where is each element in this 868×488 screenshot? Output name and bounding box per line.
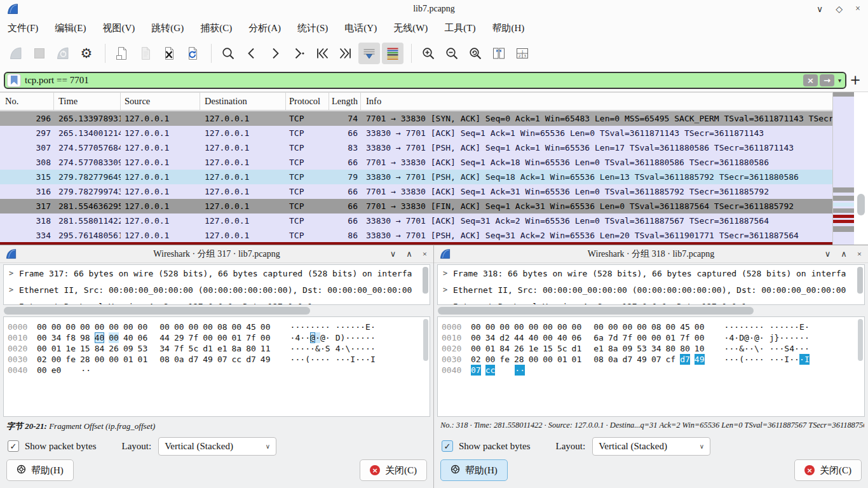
packet-row-316[interactable]: 316279.782799743127.0.0.1127.0.0.1TCP667… — [0, 184, 832, 199]
packet-row-308[interactable]: 308274.577083309127.0.0.1127.0.0.1TCP667… — [0, 155, 832, 170]
packet-row-296[interactable]: 296265.133978931127.0.0.1127.0.0.1TCP747… — [0, 111, 832, 126]
filter-apply-button[interactable]: → — [820, 74, 834, 86]
close-file-button[interactable] — [158, 43, 180, 64]
hex-row[interactable]: 000000000000000000000000000008004500····… — [8, 322, 430, 332]
tree-scrollbar[interactable] — [423, 267, 428, 294]
packet-row-334[interactable]: 334295.761480561127.0.0.1127.0.0.1TCP863… — [0, 228, 832, 243]
first-packet-button[interactable] — [311, 43, 333, 64]
tree-row[interactable]: >Frame 317: 66 bytes on wire (528 bits),… — [4, 265, 430, 281]
tree-row[interactable]: >Internet Protocol Version 4, Src: 127.0… — [438, 298, 864, 305]
close-dialog-button[interactable]: × 关闭(C) — [794, 459, 862, 481]
hex-row[interactable]: 00100034d244400040066a7d7f0000017f00·4·D… — [442, 332, 864, 343]
dialog-close-button[interactable]: × — [857, 249, 862, 259]
scrollbar-handle[interactable] — [857, 194, 865, 215]
horizontal-scrollbar-handle[interactable] — [438, 307, 754, 315]
capture-options-button[interactable]: ⚙ — [76, 43, 97, 64]
packet-minimap[interactable] — [832, 92, 854, 245]
tree-row[interactable]: >Internet Protocol Version 4, Src: 127.0… — [4, 298, 430, 305]
packet-row-318[interactable]: 318281.558011422127.0.0.1127.0.0.1TCP663… — [0, 214, 832, 228]
expander-icon[interactable]: > — [9, 269, 19, 278]
hex-row[interactable]: 00100034f8984000400644297f0000017f00·4··… — [8, 332, 430, 343]
hex-row[interactable]: 0020000184261e155cd1e18a095334808010···&… — [442, 343, 864, 354]
dialog-maximize-button[interactable]: ∧ — [841, 249, 847, 259]
expander-icon[interactable]: > — [9, 285, 19, 294]
go-back-button[interactable] — [241, 43, 262, 64]
tree-row[interactable]: >Ethernet II, Src: 00:00:00_00:00:00 (00… — [438, 281, 864, 298]
reload-file-button[interactable] — [182, 43, 203, 64]
last-packet-button[interactable] — [335, 43, 356, 64]
column-info[interactable]: Info — [361, 93, 832, 110]
colorize-button[interactable] — [382, 43, 403, 64]
menu-item-6[interactable]: 统计(S) — [297, 22, 328, 34]
column-destination[interactable]: Destination — [200, 93, 286, 110]
hex-row[interactable]: 000000000000000000000000000008004500····… — [442, 322, 864, 332]
filter-text[interactable]: tcp.port == 7701 — [25, 75, 89, 86]
display-filter-input[interactable]: tcp.port == 7701 × → ▾ — [4, 72, 846, 89]
tree-row[interactable]: >Ethernet II, Src: 00:00:00_00:00:00 (00… — [4, 281, 430, 298]
horizontal-scrollbar[interactable] — [438, 307, 864, 315]
hex-dump-pane[interactable]: 000000000000000000000000000008004500····… — [3, 316, 430, 417]
menu-item-0[interactable]: 文件(F) — [8, 22, 38, 34]
packet-row-317[interactable]: 317281.554636295127.0.0.1127.0.0.1TCP667… — [0, 199, 832, 214]
menu-item-9[interactable]: 工具(T) — [444, 22, 475, 34]
find-packet-button[interactable] — [217, 43, 239, 64]
dialog-close-button[interactable]: × — [423, 249, 427, 259]
packet-row-307[interactable]: 307274.577057684127.0.0.1127.0.0.1TCP833… — [0, 140, 832, 155]
hex-row[interactable]: 002000011e1584260953347f5cd1e18a8011····… — [8, 343, 430, 354]
expander-icon[interactable]: > — [443, 302, 453, 305]
filter-clear-button[interactable]: × — [803, 74, 818, 86]
hex-row[interactable]: 00300200fe2800000101080ad74907ccd749···(… — [8, 354, 430, 365]
zoom-out-button[interactable] — [441, 43, 463, 64]
menu-item-5[interactable]: 分析(A) — [248, 22, 281, 34]
hex-scrollbar[interactable] — [423, 319, 428, 361]
show-packet-bytes-checkbox[interactable]: ✓ — [8, 440, 19, 452]
auto-scroll-button[interactable] — [358, 43, 380, 64]
hex-dump-pane[interactable]: 000000000000000000000000000008004500····… — [437, 316, 865, 417]
column-time[interactable]: Time — [54, 93, 121, 110]
close-dialog-button[interactable]: × 关闭(C) — [360, 459, 427, 481]
help-button[interactable]: 帮助(H) — [440, 459, 508, 481]
go-to-packet-button[interactable] — [288, 43, 309, 64]
layout-pages-button[interactable]: 123 — [512, 43, 533, 64]
save-file-button[interactable] — [135, 43, 156, 64]
zoom-in-button[interactable] — [417, 43, 439, 64]
column-no[interactable]: No. — [0, 93, 54, 110]
tree-row[interactable]: >Frame 318: 66 bytes on wire (528 bits),… — [438, 265, 864, 281]
start-capture-button[interactable] — [5, 43, 27, 64]
menu-item-7[interactable]: 电话(Y) — [344, 22, 377, 34]
hex-row[interactable]: 004000e0·· — [8, 365, 430, 376]
packet-detail-tree[interactable]: >Frame 318: 66 bytes on wire (528 bits),… — [437, 264, 865, 305]
dialog-minimize-button[interactable]: ∨ — [390, 249, 397, 259]
filter-dropdown-caret[interactable]: ▾ — [838, 77, 841, 84]
packet-list-scrollbar[interactable] — [854, 92, 868, 245]
filter-add-button[interactable]: + — [846, 72, 864, 88]
hex-row[interactable]: 004007cc·· — [442, 365, 864, 376]
packet-detail-tree[interactable]: >Frame 317: 66 bytes on wire (528 bits),… — [3, 264, 430, 305]
layout-select[interactable]: Vertical (Stacked) ∨ — [158, 437, 276, 456]
minimize-button[interactable]: ∨ — [817, 4, 823, 15]
dialog-minimize-button[interactable]: ∨ — [825, 249, 831, 259]
menu-item-10[interactable]: 帮助(H) — [492, 22, 524, 34]
expander-icon[interactable]: > — [443, 285, 453, 294]
restart-capture-button[interactable] — [52, 43, 74, 64]
column-protocol[interactable]: Protocol — [286, 93, 329, 110]
column-length[interactable]: Length — [329, 93, 361, 110]
show-packet-bytes-checkbox[interactable]: ✓ — [442, 440, 453, 452]
maximize-button[interactable]: ◇ — [836, 4, 843, 15]
close-button[interactable]: × — [855, 4, 860, 14]
menu-item-2[interactable]: 视图(V) — [103, 22, 135, 34]
menu-item-1[interactable]: 编辑(E) — [55, 22, 86, 34]
column-source[interactable]: Source — [121, 93, 200, 110]
zoom-reset-button[interactable] — [465, 43, 486, 64]
layout-select[interactable]: Vertical (Stacked) ∨ — [592, 437, 710, 456]
go-forward-button[interactable] — [264, 43, 286, 64]
expander-icon[interactable]: > — [443, 269, 453, 278]
stop-capture-button[interactable] — [29, 43, 50, 64]
menu-item-8[interactable]: 无线(W) — [393, 22, 428, 34]
menu-item-3[interactable]: 跳转(G) — [151, 22, 184, 34]
resize-columns-button[interactable] — [488, 43, 510, 64]
menu-item-4[interactable]: 捕获(C) — [200, 22, 232, 34]
horizontal-scrollbar-handle[interactable] — [4, 307, 310, 315]
packet-row-315[interactable]: 315279.782779649127.0.0.1127.0.0.1TCP793… — [0, 170, 832, 184]
help-button[interactable]: 帮助(H) — [6, 459, 74, 481]
